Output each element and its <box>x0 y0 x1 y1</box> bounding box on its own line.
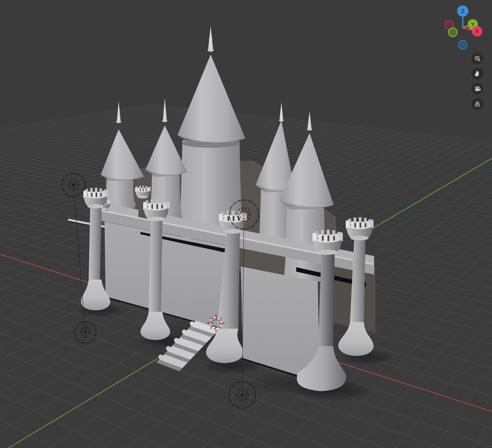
tower-center <box>178 26 245 239</box>
empty-sphere-object[interactable] <box>62 173 85 196</box>
blender-3d-viewport[interactable]: ZYX <box>0 0 492 448</box>
hand-icon <box>474 70 481 78</box>
viewport-nav-toolbar <box>471 53 485 110</box>
perspective-toggle-button[interactable] <box>471 98 483 110</box>
gizmo-axis-x-plus[interactable]: X <box>472 26 482 36</box>
gizmo-axis-z-plus[interactable]: Z <box>457 5 468 17</box>
gizmo-axis-z-minus[interactable] <box>458 40 467 49</box>
movie-camera-icon <box>474 85 481 93</box>
gizmo-axis-label: Z <box>461 8 465 14</box>
magnifier-plus-icon <box>474 55 481 62</box>
pan-button[interactable] <box>471 68 483 80</box>
gizmo-axis-y-minus[interactable] <box>448 28 457 37</box>
empty-sphere-object[interactable] <box>75 322 96 343</box>
viewport-canvas[interactable] <box>0 0 492 448</box>
orthographic-grid-icon <box>474 100 481 108</box>
navigation-gizmo[interactable]: ZYX <box>442 2 486 56</box>
camera-view-button[interactable] <box>471 83 483 95</box>
castle-model[interactable] <box>68 26 393 401</box>
gizmo-axis-label: Y <box>471 21 475 27</box>
y-axis-line <box>372 158 492 229</box>
zoom-button[interactable] <box>471 53 483 65</box>
gizmo-axis-label: X <box>475 28 479 34</box>
selected-object-origin-dot <box>242 213 246 216</box>
